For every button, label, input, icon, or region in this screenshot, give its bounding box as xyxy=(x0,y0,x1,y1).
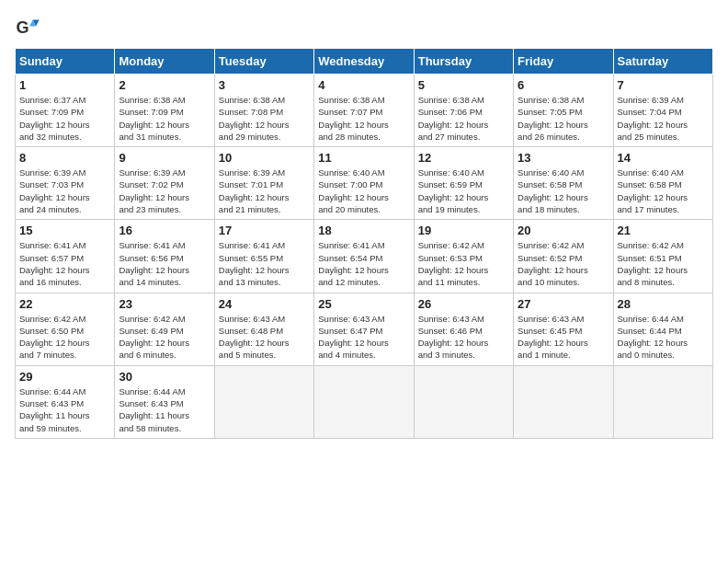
calendar-cell: 7Sunrise: 6:39 AM Sunset: 7:04 PM Daylig… xyxy=(613,75,712,147)
calendar-cell xyxy=(613,365,712,438)
calendar-cell: 5Sunrise: 6:38 AM Sunset: 7:06 PM Daylig… xyxy=(414,75,513,147)
day-number: 25 xyxy=(318,297,409,311)
calendar-cell: 12Sunrise: 6:40 AM Sunset: 6:59 PM Dayli… xyxy=(414,147,513,220)
calendar-cell: 6Sunrise: 6:38 AM Sunset: 7:05 PM Daylig… xyxy=(514,75,613,147)
day-number: 30 xyxy=(119,370,210,384)
calendar-cell: 23Sunrise: 6:42 AM Sunset: 6:49 PM Dayli… xyxy=(115,293,214,365)
weekday-header-saturday: Saturday xyxy=(613,49,712,75)
calendar-cell: 26Sunrise: 6:43 AM Sunset: 6:46 PM Dayli… xyxy=(414,293,513,365)
calendar-cell: 27Sunrise: 6:43 AM Sunset: 6:45 PM Dayli… xyxy=(514,293,613,365)
day-number: 24 xyxy=(219,297,310,311)
day-info: Sunrise: 6:42 AM Sunset: 6:50 PM Dayligh… xyxy=(19,313,110,362)
day-number: 27 xyxy=(518,297,609,311)
weekday-header-friday: Friday xyxy=(514,49,613,75)
day-number: 9 xyxy=(119,151,210,165)
day-number: 23 xyxy=(119,297,210,311)
day-info: Sunrise: 6:41 AM Sunset: 6:54 PM Dayligh… xyxy=(318,239,409,288)
calendar-cell: 1Sunrise: 6:37 AM Sunset: 7:09 PM Daylig… xyxy=(16,75,115,147)
day-number: 6 xyxy=(518,78,609,92)
calendar-cell: 13Sunrise: 6:40 AM Sunset: 6:58 PM Dayli… xyxy=(514,147,613,220)
day-number: 29 xyxy=(19,370,110,384)
calendar-cell: 9Sunrise: 6:39 AM Sunset: 7:02 PM Daylig… xyxy=(115,147,214,220)
day-info: Sunrise: 6:43 AM Sunset: 6:48 PM Dayligh… xyxy=(219,313,310,362)
day-info: Sunrise: 6:37 AM Sunset: 7:09 PM Dayligh… xyxy=(19,94,110,143)
weekday-header-tuesday: Tuesday xyxy=(214,49,313,75)
calendar-cell: 14Sunrise: 6:40 AM Sunset: 6:58 PM Dayli… xyxy=(613,147,712,220)
day-number: 15 xyxy=(19,224,110,237)
day-number: 3 xyxy=(219,78,310,92)
calendar-cell: 24Sunrise: 6:43 AM Sunset: 6:48 PM Dayli… xyxy=(214,293,313,365)
day-info: Sunrise: 6:40 AM Sunset: 7:00 PM Dayligh… xyxy=(318,167,409,215)
calendar-cell: 3Sunrise: 6:38 AM Sunset: 7:08 PM Daylig… xyxy=(214,75,313,147)
day-info: Sunrise: 6:38 AM Sunset: 7:09 PM Dayligh… xyxy=(119,94,210,143)
day-info: Sunrise: 6:43 AM Sunset: 6:45 PM Dayligh… xyxy=(518,313,609,362)
calendar-cell: 21Sunrise: 6:42 AM Sunset: 6:51 PM Dayli… xyxy=(613,220,712,293)
day-info: Sunrise: 6:38 AM Sunset: 7:05 PM Dayligh… xyxy=(518,94,609,143)
day-info: Sunrise: 6:38 AM Sunset: 7:06 PM Dayligh… xyxy=(418,94,509,143)
day-number: 26 xyxy=(418,297,509,311)
weekday-header-sunday: Sunday xyxy=(16,49,115,75)
weekday-header-row: SundayMondayTuesdayWednesdayThursdayFrid… xyxy=(16,49,713,75)
day-info: Sunrise: 6:40 AM Sunset: 6:59 PM Dayligh… xyxy=(418,167,509,215)
day-number: 17 xyxy=(219,224,310,237)
calendar-cell: 4Sunrise: 6:38 AM Sunset: 7:07 PM Daylig… xyxy=(314,75,414,147)
day-info: Sunrise: 6:39 AM Sunset: 7:01 PM Dayligh… xyxy=(219,167,310,215)
calendar-cell xyxy=(414,365,513,438)
weekday-header-wednesday: Wednesday xyxy=(314,49,414,75)
day-info: Sunrise: 6:39 AM Sunset: 7:02 PM Dayligh… xyxy=(119,167,210,215)
day-info: Sunrise: 6:41 AM Sunset: 6:55 PM Dayligh… xyxy=(219,239,310,288)
day-number: 4 xyxy=(318,78,409,92)
day-number: 8 xyxy=(19,151,110,165)
weekday-header-monday: Monday xyxy=(115,49,214,75)
calendar-cell: 30Sunrise: 6:44 AM Sunset: 6:43 PM Dayli… xyxy=(115,365,214,438)
logo-icon: G xyxy=(15,15,40,40)
day-number: 21 xyxy=(618,224,709,237)
calendar-cell: 22Sunrise: 6:42 AM Sunset: 6:50 PM Dayli… xyxy=(16,293,115,365)
calendar-cell: 8Sunrise: 6:39 AM Sunset: 7:03 PM Daylig… xyxy=(16,147,115,220)
calendar-cell: 19Sunrise: 6:42 AM Sunset: 6:53 PM Dayli… xyxy=(414,220,513,293)
day-info: Sunrise: 6:42 AM Sunset: 6:52 PM Dayligh… xyxy=(518,239,609,288)
calendar-cell xyxy=(514,365,613,438)
day-info: Sunrise: 6:42 AM Sunset: 6:53 PM Dayligh… xyxy=(418,239,509,288)
day-number: 18 xyxy=(318,224,409,237)
day-info: Sunrise: 6:44 AM Sunset: 6:44 PM Dayligh… xyxy=(618,313,709,362)
day-info: Sunrise: 6:41 AM Sunset: 6:56 PM Dayligh… xyxy=(119,239,210,288)
calendar-cell: 15Sunrise: 6:41 AM Sunset: 6:57 PM Dayli… xyxy=(16,220,115,293)
day-info: Sunrise: 6:43 AM Sunset: 6:46 PM Dayligh… xyxy=(418,313,509,362)
calendar-week-4: 22Sunrise: 6:42 AM Sunset: 6:50 PM Dayli… xyxy=(16,293,713,365)
day-info: Sunrise: 6:38 AM Sunset: 7:08 PM Dayligh… xyxy=(219,94,310,143)
day-info: Sunrise: 6:42 AM Sunset: 6:51 PM Dayligh… xyxy=(618,239,709,288)
day-info: Sunrise: 6:40 AM Sunset: 6:58 PM Dayligh… xyxy=(618,167,709,215)
calendar-cell xyxy=(314,365,414,438)
svg-text:G: G xyxy=(16,18,28,37)
day-number: 10 xyxy=(219,151,310,165)
calendar-cell: 17Sunrise: 6:41 AM Sunset: 6:55 PM Dayli… xyxy=(214,220,313,293)
calendar-table: SundayMondayTuesdayWednesdayThursdayFrid… xyxy=(15,48,713,439)
calendar-cell: 25Sunrise: 6:43 AM Sunset: 6:47 PM Dayli… xyxy=(314,293,414,365)
calendar-week-3: 15Sunrise: 6:41 AM Sunset: 6:57 PM Dayli… xyxy=(16,220,713,293)
day-number: 20 xyxy=(518,224,609,237)
calendar-cell: 18Sunrise: 6:41 AM Sunset: 6:54 PM Dayli… xyxy=(314,220,414,293)
day-info: Sunrise: 6:44 AM Sunset: 6:43 PM Dayligh… xyxy=(119,385,210,434)
calendar-cell: 20Sunrise: 6:42 AM Sunset: 6:52 PM Dayli… xyxy=(514,220,613,293)
day-info: Sunrise: 6:39 AM Sunset: 7:03 PM Dayligh… xyxy=(19,167,110,215)
day-info: Sunrise: 6:39 AM Sunset: 7:04 PM Dayligh… xyxy=(618,94,709,143)
calendar-cell: 28Sunrise: 6:44 AM Sunset: 6:44 PM Dayli… xyxy=(613,293,712,365)
day-info: Sunrise: 6:44 AM Sunset: 6:43 PM Dayligh… xyxy=(19,385,110,434)
day-number: 16 xyxy=(119,224,210,237)
day-number: 28 xyxy=(618,297,709,311)
day-number: 14 xyxy=(618,151,709,165)
day-number: 2 xyxy=(119,78,210,92)
day-number: 11 xyxy=(318,151,409,165)
day-number: 12 xyxy=(418,151,509,165)
day-number: 13 xyxy=(518,151,609,165)
calendar-cell: 29Sunrise: 6:44 AM Sunset: 6:43 PM Dayli… xyxy=(16,365,115,438)
day-number: 7 xyxy=(618,78,709,92)
day-info: Sunrise: 6:38 AM Sunset: 7:07 PM Dayligh… xyxy=(318,94,409,143)
day-number: 19 xyxy=(418,224,509,237)
calendar-cell: 2Sunrise: 6:38 AM Sunset: 7:09 PM Daylig… xyxy=(115,75,214,147)
calendar-week-2: 8Sunrise: 6:39 AM Sunset: 7:03 PM Daylig… xyxy=(16,147,713,220)
day-number: 22 xyxy=(19,297,110,311)
day-number: 5 xyxy=(418,78,509,92)
header: G xyxy=(15,15,713,40)
